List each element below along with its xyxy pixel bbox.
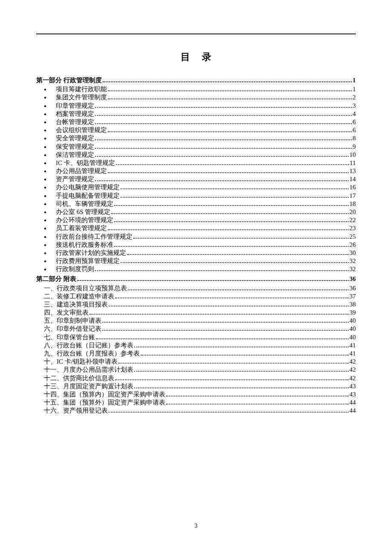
toc-line: ●集团文件管理制度2	[36, 94, 356, 101]
toc-item-label: 安全管理规定	[56, 135, 94, 142]
bullet-icon: ●	[44, 194, 56, 198]
toc-leader-dots	[96, 338, 349, 339]
toc-leader-dots	[102, 330, 349, 331]
toc-item-label: 员工着装管理规定	[56, 225, 107, 231]
bullet-icon: ●	[44, 145, 56, 149]
toc-leader-dots	[114, 205, 349, 206]
toc-item-page: 25	[349, 234, 356, 240]
toc-item-page: 13	[349, 168, 356, 174]
toc-line: ●档案管理规定4	[36, 111, 356, 117]
toc-leader-dots	[121, 262, 349, 263]
toc-line: ●办公环境的管理规定22	[36, 217, 356, 223]
toc-leader-dots	[103, 81, 352, 82]
toc-line: ●行政管家计划的实施规定30	[36, 250, 356, 256]
bullet-icon: ●	[44, 112, 56, 116]
toc-leader-dots	[134, 387, 349, 388]
toc-leader-dots	[121, 188, 349, 189]
toc-line: 五、印章刻制申请表40	[36, 318, 356, 324]
toc-title: 目录	[36, 51, 356, 64]
toc-item-page: 6	[353, 127, 356, 133]
toc-item-page: 16	[349, 184, 356, 191]
toc-line: ●会议组织管理规定6	[36, 127, 356, 133]
toc-leader-dots	[134, 347, 349, 347]
toc-item-page: 40	[349, 318, 356, 324]
bullet-icon: ●	[44, 95, 56, 100]
toc-item-label: 集团文件管理制度	[56, 94, 107, 101]
bullet-icon: ●	[44, 87, 56, 92]
toc-leader-dots	[121, 197, 349, 198]
toc-item-label: 行政制度罚则	[56, 266, 94, 272]
toc-item-page: 2	[353, 94, 356, 101]
toc-item-page: 17	[349, 193, 356, 199]
toc-item-page: 37	[349, 293, 356, 300]
bullet-icon: ●	[44, 243, 56, 247]
toc-item-label: 十二、供货商比价信息表	[44, 375, 114, 382]
page-number: 3	[0, 523, 392, 529]
toc-line: 八、行政台账（日记账）参考表41	[36, 342, 356, 349]
toc-line: 二、装修工程建造申请表37	[36, 293, 356, 300]
toc-leader-dots	[166, 404, 349, 405]
toc-leader-dots	[141, 355, 349, 356]
toc-line: ●资产管理规定14	[36, 176, 356, 182]
toc-item-label: 台帐管理规定	[56, 119, 94, 125]
toc-item-page: 3	[353, 103, 356, 109]
toc-item-label: 接送机行政服务标准	[56, 242, 113, 248]
toc-item-page: 10	[349, 152, 356, 158]
toc-line: 六、印章外借登记表40	[36, 326, 356, 332]
toc-item-page: 42	[349, 375, 356, 382]
toc-leader-dots	[95, 148, 352, 149]
toc-item-page: 41	[349, 342, 356, 349]
toc-section-header: 第一部分 行政管理制度1	[36, 76, 356, 84]
toc-item-page: 26	[349, 242, 356, 248]
toc-leader-dots	[95, 180, 349, 181]
bullet-icon: ●	[44, 226, 56, 231]
bullet-icon: ●	[44, 128, 56, 133]
toc-item-label: 办公电脑使用管理规定	[56, 184, 120, 191]
toc-item-label: 会议组织管理规定	[56, 127, 107, 133]
toc-leader-dots	[95, 123, 352, 124]
toc-line: ●台帐管理规定6	[36, 119, 356, 125]
toc-line: 十六、资产领用登记表44	[36, 408, 356, 414]
toc-item-page: 36	[349, 285, 356, 292]
toc-leader-dots	[108, 131, 352, 132]
toc-body: 第一部分 行政管理制度1●项目筹建行政职能1●集团文件管理制度2●印章管理规定3…	[36, 76, 356, 414]
bullet-icon: ●	[44, 169, 56, 173]
toc-leader-dots	[114, 221, 349, 222]
toc-line: ●行政制度罚则32	[36, 266, 356, 272]
toc-line: ●司机、车辆管理规定18	[36, 201, 356, 207]
toc-line: ●IC 卡、钥匙管理规定11	[36, 160, 356, 166]
toc-item-page: 30	[349, 250, 356, 256]
toc-item-page: 22	[349, 217, 356, 223]
toc-item-label: 办公用品管理规定	[56, 168, 107, 174]
toc-item-page: 32	[349, 258, 356, 264]
toc-item-page: 6	[353, 119, 356, 125]
toc-leader-dots	[108, 90, 352, 91]
toc-item-label: 十、IC 卡/钥匙补领申请表	[44, 358, 118, 365]
toc-line: 七、印章保管台账40	[36, 334, 356, 341]
toc-line: ●行政前台接待工作管理规定25	[36, 234, 356, 240]
toc-item-label: 九、行政台账（月度报表）参考表	[44, 350, 140, 357]
toc-line: ●保洁管理规定10	[36, 152, 356, 158]
toc-item-label: 司机、车辆管理规定	[56, 201, 113, 207]
toc-item-label: 八、行政台账（日记账）参考表	[44, 342, 133, 349]
toc-section-page: 1	[353, 77, 356, 84]
toc-item-label: 项目筹建行政职能	[56, 86, 107, 92]
toc-section-header: 第二部分 附表36	[36, 275, 356, 283]
toc-item-page: 9	[353, 144, 356, 150]
toc-item-label: 六、印章外借登记表	[44, 326, 101, 332]
toc-line: 四、发文审批表39	[36, 309, 356, 316]
toc-item-label: 保安管理规定	[56, 144, 94, 150]
toc-line: ●安全管理规定8	[36, 135, 356, 142]
toc-section-label: 第二部分 附表	[36, 275, 76, 283]
toc-item-page: 42	[349, 358, 356, 365]
toc-item-label: 十一、月度办公用品需求计划表	[44, 367, 133, 373]
toc-leader-dots	[108, 229, 349, 230]
bullet-icon: ●	[44, 267, 56, 272]
toc-item-page: 42	[349, 367, 356, 373]
toc-leader-dots	[77, 280, 349, 281]
toc-item-label: 十六、资产领用登记表	[44, 408, 108, 414]
toc-item-page: 38	[349, 301, 356, 308]
toc-leader-dots	[128, 289, 349, 290]
toc-leader-dots	[95, 156, 349, 157]
bullet-icon: ●	[44, 153, 56, 157]
